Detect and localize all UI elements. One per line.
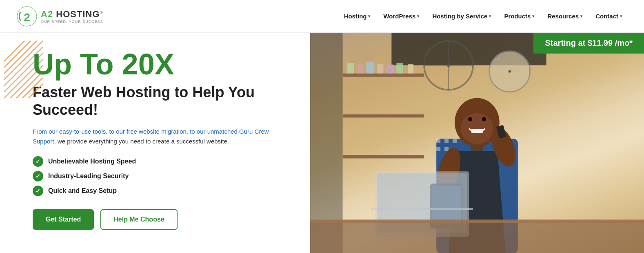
nav-item-hosting-by-service[interactable]: Hosting by Service ▾ [426,9,497,23]
logo-tagline: OUR SPEED, YOUR SUCCESS [41,20,103,24]
svg-rect-22 [386,65,394,74]
feature-speed: ✓ Unbelievable Hosting Speed [33,156,286,167]
chevron-down-icon: ▾ [580,14,582,18]
svg-text:2: 2 [24,11,30,23]
svg-rect-17 [343,155,424,158]
hero-description-text: From our easy-to-use tools, to our free … [33,128,207,135]
chevron-down-icon: ▾ [620,14,622,18]
svg-rect-23 [396,63,403,74]
check-icon: ✓ [33,186,43,196]
hero-left-panel: Up To 20X Faster Web Hosting to Help You… [0,33,310,253]
svg-rect-52 [310,220,644,253]
feature-security: ✓ Industry-Leading Security [33,171,286,181]
get-started-button[interactable]: Get Started [33,209,94,230]
nav-item-resources[interactable]: Resources ▾ [542,9,588,23]
logo-icon: 2 [16,6,38,27]
check-icon: ✓ [33,156,43,167]
check-icon: ✓ [33,171,43,181]
hero-description: From our easy-to-use tools, to our free … [33,127,269,146]
svg-rect-21 [377,64,383,74]
header: 2 A2 HOSTING® OUR SPEED, YOUR SUCCESS Ho… [0,0,644,33]
logo[interactable]: 2 A2 HOSTING® OUR SPEED, YOUR SUCCESS [16,6,103,27]
feature-setup: ✓ Quick and Easy Setup [33,186,286,196]
svg-rect-35 [436,147,440,151]
nav-item-wordpress[interactable]: WordPress ▾ [378,9,425,23]
hero-right-panel: Starting at $11.99 /mo* [310,33,644,253]
nav-item-contact[interactable]: Contact ▾ [590,9,628,23]
svg-rect-36 [444,147,449,151]
svg-rect-43 [471,129,483,133]
chevron-down-icon: ▾ [368,14,370,18]
nav-item-products[interactable]: Products ▾ [498,9,540,23]
svg-rect-34 [453,139,457,143]
svg-rect-53 [310,219,644,223]
svg-line-3 [4,41,31,67]
cafe-bg-svg [310,33,644,253]
price-banner: Starting at $11.99 /mo* [533,33,644,54]
svg-rect-33 [444,139,449,143]
svg-rect-16 [343,114,424,118]
svg-line-4 [4,41,37,74]
svg-rect-15 [343,74,424,77]
svg-rect-20 [366,62,375,74]
hero-subheadline: Faster Web Hosting to Help You Succeed! [33,83,286,119]
hero-image [310,33,644,253]
features-list: ✓ Unbelievable Hosting Speed ✓ Industry-… [33,156,286,196]
cta-buttons: Get Started Help Me Choose [33,209,286,230]
svg-point-41 [468,117,472,121]
logo-brand: A2 HOSTING® [41,9,103,20]
svg-line-2 [4,41,24,61]
svg-point-30 [509,70,511,73]
help-me-choose-button[interactable]: Help Me Choose [100,209,177,230]
svg-rect-19 [357,65,364,74]
svg-rect-24 [408,64,413,74]
main-nav: Hosting ▾ WordPress ▾ Hosting by Service… [338,9,628,23]
chevron-down-icon: ▾ [417,14,419,18]
svg-rect-32 [436,139,440,143]
svg-rect-18 [347,63,354,74]
svg-point-40 [461,113,493,144]
main-content: Up To 20X Faster Web Hosting to Help You… [0,33,644,253]
nav-item-hosting[interactable]: Hosting ▾ [338,9,376,23]
chevron-down-icon: ▾ [532,14,534,18]
svg-point-42 [482,117,486,121]
hero-headline: Up To 20X [33,49,286,80]
chevron-down-icon: ▾ [489,14,491,18]
